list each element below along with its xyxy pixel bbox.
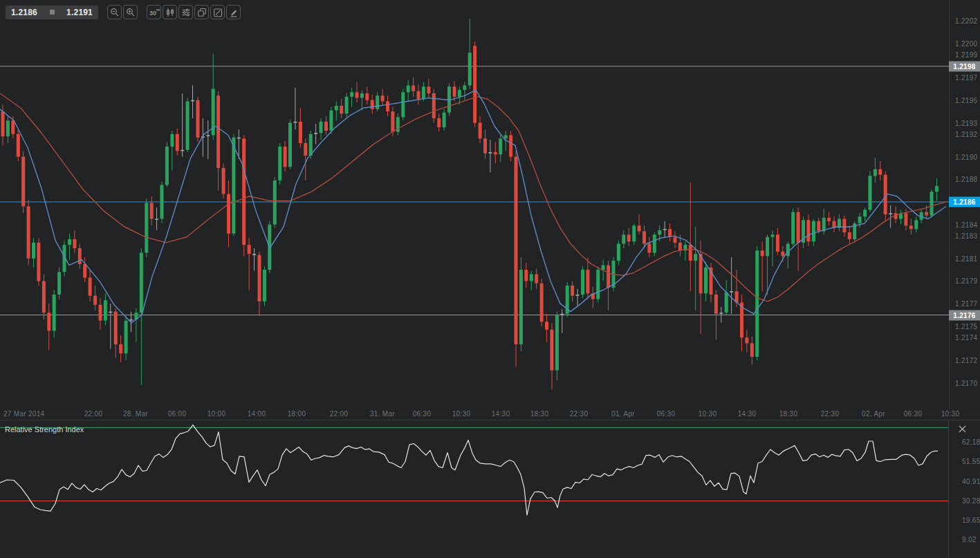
time-axis-label: 27 Mar 2014 [3,410,44,418]
time-axis-label: 28. Mar [123,410,148,418]
price-label-highlight: 1.2186 [949,197,980,207]
price-axis-label: 1.2181 [955,254,977,262]
zoom-out-icon [110,8,120,17]
time-axis-label: 18:00 [288,410,306,418]
candlestick-chart-canvas[interactable] [0,0,949,409]
time-axis-label: 06:00 [168,410,187,418]
price-axis-label: 1.2174 [955,334,977,342]
svg-text:m: m [156,8,160,12]
trading-chart-app: 1.22021.22001.21991.21981.21971.21951.21… [0,0,980,558]
zoom-in-icon [126,8,136,17]
copy-button[interactable] [194,5,209,19]
price-axis-label: 1.2188 [955,176,977,183]
bid-price: 1.2186 [11,8,37,17]
indicators-button[interactable] [178,5,193,19]
rsi-indicator-panel: Relative Strength Index 62.1851.5540.913… [0,420,980,558]
price-label-highlight: 1.2198 [949,61,980,71]
time-axis-label: 18:30 [779,410,798,418]
candlestick-icon [165,8,175,17]
price-axis-label: 1.2175 [955,322,977,330]
time-axis-label: 22:30 [570,410,589,418]
marker-pen-icon [229,8,239,17]
rsi-axis-label: 19.65 [962,516,980,523]
time-axis-label: 02. Apr [862,410,885,418]
rsi-axis-label: 62.18 [962,438,980,446]
price-axis-label: 1.2193 [955,119,977,127]
rsi-value-axis[interactable]: 62.1851.5540.9130.2819.659.02 [949,420,980,558]
copy-icon [197,8,207,17]
time-axis-label: 22:30 [821,410,840,418]
price-axis-label: 1.2190 [955,153,977,160]
time-axis-label: 31. Mar [370,410,395,418]
price-axis-label: 1.2195 [955,96,977,104]
time-axis-label: 10:30 [699,410,717,418]
price-axis-label: 1.2170 [955,379,977,387]
svg-text:30: 30 [149,10,156,17]
rsi-axis-label: 9.02 [962,536,977,543]
price-axis-label: 1.2197 [955,74,977,82]
chart-type-button[interactable] [163,5,177,19]
close-icon [959,425,966,433]
time-axis-label: 06:30 [904,410,923,418]
price-label-highlight: 1.2176 [949,310,980,320]
rsi-axis-label: 40.91 [962,477,980,485]
ask-price: 1.2191 [66,8,93,17]
price-axis-label: 1.2200 [955,40,977,48]
time-axis-label: 14:30 [738,410,757,418]
time-axis-label: 06:30 [657,410,676,418]
sliders-icon [181,8,191,17]
rsi-close-button[interactable] [956,423,968,434]
price-axis-label: 1.2179 [955,277,977,285]
zoom-out-button[interactable] [107,5,122,19]
time-axis-label: 10:30 [941,410,960,418]
time-axis-label: 06:30 [413,410,432,418]
time-axis-label: 10:00 [207,410,226,418]
time-axis-label: 14:00 [248,410,266,418]
edit-pencil-square-icon [213,8,223,17]
time-axis-label: 18:30 [530,410,549,418]
rsi-chart-canvas[interactable] [0,420,949,558]
draw-button[interactable] [226,5,241,19]
price-axis-label: 1.2172 [955,356,977,364]
edit-button[interactable] [210,5,225,19]
price-axis-label: 1.2192 [955,130,977,138]
price-axis-label: 1.2184 [955,221,977,228]
rsi-axis-label: 30.28 [962,496,980,504]
quote-widget[interactable]: 1.2186 1.2191 [6,6,98,19]
time-axis-label: 22:00 [330,410,349,418]
price-axis-label: 1.2177 [955,300,977,308]
timeframe-30m-icon: 30 m [149,7,160,18]
price-axis-label: 1.2202 [955,17,977,25]
rsi-title: Relative Strength Index [5,425,84,434]
timeframe-button[interactable]: 30 m [147,5,161,19]
chart-toolbar: 1.2186 1.2191 30 m [6,5,241,19]
time-axis-label: 10:30 [452,410,471,418]
price-axis[interactable]: 1.22021.22001.21991.21981.21971.21951.21… [949,0,980,409]
time-axis-label: 22:00 [84,410,103,418]
time-axis-label: 01. Apr [611,410,635,418]
zoom-in-button[interactable] [123,5,138,19]
price-axis-label: 1.2183 [955,232,977,240]
rsi-axis-label: 51.55 [962,458,980,465]
time-axis-label: 14:30 [492,410,510,418]
time-axis[interactable]: 27 Mar 201422:0028. Mar06:0010:0014:0018… [0,409,980,420]
price-axis-label: 1.2199 [955,51,977,59]
spread-marker-icon [50,10,55,15]
